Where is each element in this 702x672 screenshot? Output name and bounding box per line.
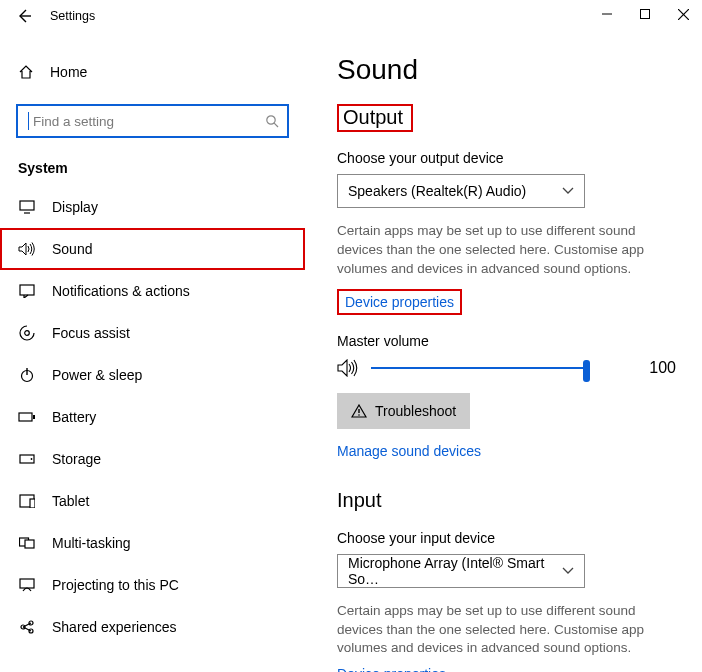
back-button[interactable] bbox=[14, 6, 34, 26]
settings-window: Settings Home Find a settin bbox=[0, 0, 702, 672]
multitasking-icon bbox=[18, 536, 36, 550]
close-button[interactable] bbox=[664, 0, 702, 28]
content-pane: Sound Output Choose your output device S… bbox=[305, 32, 702, 672]
output-device-properties-link[interactable]: Device properties bbox=[345, 294, 454, 310]
slider-track bbox=[371, 367, 590, 370]
nav-label: Projecting to this PC bbox=[52, 577, 179, 593]
maximize-button[interactable] bbox=[626, 0, 664, 28]
search-placeholder: Find a setting bbox=[33, 114, 265, 129]
output-device-value: Speakers (Realtek(R) Audio) bbox=[348, 183, 526, 199]
shared-icon bbox=[18, 619, 36, 635]
sidebar-nav: Display Sound Notifications & actions Fo… bbox=[0, 186, 305, 648]
master-volume-label: Master volume bbox=[337, 333, 676, 349]
svg-point-9 bbox=[25, 331, 30, 336]
chevron-down-icon bbox=[562, 187, 574, 195]
output-helper-text: Certain apps may be set up to use differ… bbox=[337, 222, 676, 279]
window-title: Settings bbox=[50, 9, 95, 23]
volume-value: 100 bbox=[630, 359, 676, 377]
nav-label: Tablet bbox=[52, 493, 89, 509]
power-icon bbox=[18, 367, 36, 383]
volume-icon[interactable] bbox=[337, 359, 359, 377]
svg-rect-19 bbox=[25, 540, 34, 548]
nav-label: Focus assist bbox=[52, 325, 130, 341]
nav-label: Storage bbox=[52, 451, 101, 467]
nav-label: Shared experiences bbox=[52, 619, 177, 635]
battery-icon bbox=[18, 411, 36, 423]
projecting-icon bbox=[18, 578, 36, 592]
nav-notifications[interactable]: Notifications & actions bbox=[0, 270, 305, 312]
volume-slider[interactable] bbox=[371, 359, 590, 377]
nav-label: Multi-tasking bbox=[52, 535, 131, 551]
nav-label: Power & sleep bbox=[52, 367, 142, 383]
svg-line-5 bbox=[274, 123, 278, 127]
chevron-down-icon bbox=[562, 567, 574, 575]
nav-focus-assist[interactable]: Focus assist bbox=[0, 312, 305, 354]
text-cursor bbox=[28, 112, 29, 130]
input-heading: Input bbox=[337, 489, 381, 512]
warning-icon bbox=[351, 404, 367, 418]
home-icon bbox=[18, 64, 34, 80]
nav-label: Battery bbox=[52, 409, 96, 425]
output-device-label: Choose your output device bbox=[337, 150, 676, 166]
tablet-icon bbox=[18, 494, 36, 508]
search-input[interactable]: Find a setting bbox=[16, 104, 289, 138]
display-icon bbox=[18, 200, 36, 214]
nav-storage[interactable]: Storage bbox=[0, 438, 305, 480]
nav-tablet[interactable]: Tablet bbox=[0, 480, 305, 522]
nav-battery[interactable]: Battery bbox=[0, 396, 305, 438]
svg-rect-17 bbox=[30, 499, 35, 508]
notifications-icon bbox=[18, 284, 36, 298]
nav-multitasking[interactable]: Multi-tasking bbox=[0, 522, 305, 564]
manage-sound-devices-link[interactable]: Manage sound devices bbox=[337, 443, 481, 459]
input-device-properties-link[interactable]: Device properties bbox=[337, 666, 446, 672]
master-volume-row: 100 bbox=[337, 359, 676, 377]
nav-label: Display bbox=[52, 199, 98, 215]
sidebar-section-system: System bbox=[0, 154, 305, 186]
svg-rect-12 bbox=[19, 413, 32, 421]
page-title: Sound bbox=[337, 54, 676, 86]
troubleshoot-button[interactable]: Troubleshoot bbox=[337, 393, 470, 429]
search-icon bbox=[265, 114, 279, 128]
svg-point-15 bbox=[31, 458, 33, 460]
nav-label: Notifications & actions bbox=[52, 283, 190, 299]
input-device-select[interactable]: Microphone Array (Intel® Smart So… bbox=[337, 554, 585, 588]
minimize-button[interactable] bbox=[588, 0, 626, 28]
nav-projecting[interactable]: Projecting to this PC bbox=[0, 564, 305, 606]
sound-icon bbox=[18, 242, 36, 256]
input-device-label: Choose your input device bbox=[337, 530, 676, 546]
svg-rect-13 bbox=[33, 415, 35, 419]
home-label: Home bbox=[50, 64, 87, 80]
svg-rect-8 bbox=[20, 285, 34, 295]
storage-icon bbox=[18, 453, 36, 465]
slider-thumb[interactable] bbox=[583, 360, 590, 382]
focus-assist-icon bbox=[18, 325, 36, 341]
output-device-properties-highlight: Device properties bbox=[337, 289, 462, 315]
nav-sound[interactable]: Sound bbox=[0, 228, 305, 270]
titlebar: Settings bbox=[0, 0, 702, 32]
svg-point-4 bbox=[267, 116, 275, 124]
window-controls bbox=[588, 0, 702, 28]
troubleshoot-label: Troubleshoot bbox=[375, 403, 456, 419]
output-device-select[interactable]: Speakers (Realtek(R) Audio) bbox=[337, 174, 585, 208]
svg-point-25 bbox=[358, 414, 360, 416]
input-helper-text: Certain apps may be set up to use differ… bbox=[337, 602, 676, 659]
nav-power-sleep[interactable]: Power & sleep bbox=[0, 354, 305, 396]
nav-label: Sound bbox=[52, 241, 92, 257]
nav-display[interactable]: Display bbox=[0, 186, 305, 228]
output-heading: Output bbox=[337, 104, 413, 132]
sidebar: Home Find a setting System Display Sound bbox=[0, 32, 305, 672]
svg-rect-20 bbox=[20, 579, 34, 588]
nav-shared-experiences[interactable]: Shared experiences bbox=[0, 606, 305, 648]
svg-rect-1 bbox=[641, 10, 650, 19]
sidebar-home[interactable]: Home bbox=[0, 54, 305, 90]
svg-rect-6 bbox=[20, 201, 34, 210]
input-device-value: Microphone Array (Intel® Smart So… bbox=[348, 555, 562, 587]
